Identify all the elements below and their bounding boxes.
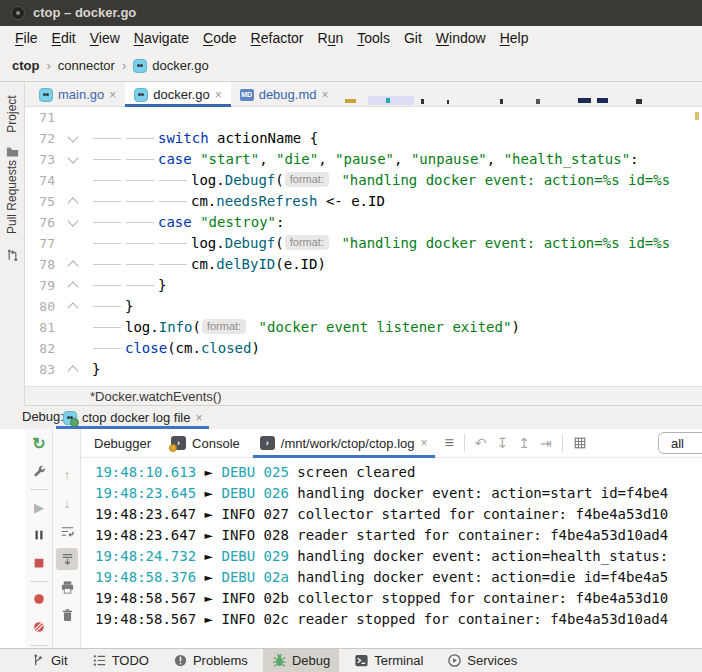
code-editor[interactable]: 7172switch actionName {73case "start", "…	[25, 107, 702, 386]
soft-wrap-button[interactable]	[53, 520, 81, 542]
settings-button[interactable]	[25, 460, 53, 482]
code-line[interactable]: 74log.Debugf(format: "handling docker ev…	[25, 170, 702, 191]
close-icon[interactable]: ×	[195, 412, 202, 424]
statusbar-label: Services	[467, 653, 517, 668]
go-icon	[133, 59, 147, 73]
pause-button[interactable]	[25, 524, 53, 546]
debug-session-tab[interactable]: ctop docker log file ×	[56, 406, 209, 429]
rerun-button[interactable]: ↻	[25, 432, 53, 454]
code-line[interactable]: 81log.Info(format: "docker event listene…	[25, 317, 702, 338]
tab-docker-go[interactable]: docker.go×	[125, 82, 230, 107]
fold-gutter	[55, 170, 86, 191]
fold-marker-icon[interactable]	[67, 197, 78, 208]
scroll-to-bottom-icon[interactable]: ↧	[497, 435, 509, 451]
log-message: collector stopped for container: f4be4a5…	[289, 590, 668, 606]
fold-marker-icon[interactable]	[67, 281, 78, 292]
fold-marker-icon[interactable]	[67, 260, 78, 271]
markdown-icon: MD	[240, 89, 254, 101]
parameter-hint: format:	[285, 172, 329, 187]
close-icon[interactable]: ×	[215, 89, 222, 101]
jump-to-end-icon[interactable]: ⇥	[540, 435, 552, 451]
log-arrow-icon: ►	[196, 548, 221, 564]
menu-refactor[interactable]: Refactor	[244, 30, 311, 46]
code-line[interactable]: 73case "start", "die", "pause", "unpause…	[25, 149, 702, 170]
breadcrumb-item[interactable]: ctop	[12, 58, 39, 73]
menu-edit[interactable]: Edit	[45, 30, 83, 46]
statusbar-label: TODO	[112, 653, 149, 668]
print-button[interactable]	[53, 576, 81, 598]
layout-options-icon[interactable]: ≡	[445, 434, 454, 452]
log-filter-select[interactable]: all	[658, 432, 702, 454]
method-breadcrumb[interactable]: *Docker.watchEvents()	[90, 388, 222, 406]
code-line[interactable]: 82close(cm.closed)	[25, 338, 702, 359]
ide-window: ctop – docker.go FileEditViewNavigateCod…	[0, 0, 702, 672]
menu-view[interactable]: View	[83, 30, 127, 46]
line-number: 71	[25, 107, 55, 128]
close-icon[interactable]: ×	[109, 89, 116, 101]
statusbar-problems[interactable]: Problems	[164, 649, 257, 672]
statusbar-todo[interactable]: TODO	[83, 649, 158, 672]
sidebar-item-label: Project	[5, 95, 19, 132]
restore-layout-icon[interactable]	[573, 436, 587, 450]
code-line[interactable]: 76case "destroy":	[25, 212, 702, 233]
statusbar-terminal[interactable]: Terminal	[345, 649, 432, 672]
scroll-to-top-icon[interactable]: ↥	[518, 435, 530, 451]
close-icon[interactable]: ×	[420, 437, 427, 449]
menu-run[interactable]: Run	[311, 30, 351, 46]
log-line: 19:48:10.613 ► DEBU 025 screen cleared	[81, 462, 702, 483]
debug-tab-console[interactable]: ›Console	[164, 429, 247, 458]
debug-tab--mnt-work-ctop-ctop-log[interactable]: ›/mnt/work/ctop/ctop.log×	[253, 429, 435, 458]
navigate-back-icon[interactable]: ↶	[475, 435, 487, 451]
resume-button[interactable]: ▶	[25, 496, 53, 518]
code-text: cm.needsRefresh <- e.ID	[86, 191, 385, 212]
code-line[interactable]: 83}	[25, 359, 702, 380]
fold-marker-icon[interactable]	[67, 131, 78, 142]
menu-file[interactable]: File	[8, 30, 45, 46]
log-level: DEBU 025	[221, 464, 288, 480]
fold-gutter	[55, 149, 86, 170]
code-line[interactable]: 75cm.needsRefresh <- e.ID	[25, 191, 702, 212]
menu-navigate[interactable]: Navigate	[127, 30, 196, 46]
clear-log-button[interactable]	[53, 604, 81, 626]
fold-marker-icon[interactable]	[67, 365, 78, 376]
menu-help[interactable]: Help	[493, 30, 536, 46]
tab-whitespace	[92, 149, 125, 170]
view-breakpoints-button[interactable]	[25, 588, 53, 610]
mute-breakpoints-button[interactable]	[25, 616, 53, 638]
breadcrumb-item[interactable]: docker.go	[152, 58, 208, 73]
sidebar-item-project[interactable]: Project	[0, 74, 24, 154]
sidebar-item-pull-requests[interactable]: Pull Requests	[0, 157, 24, 237]
code-text: cm.delByID(e.ID)	[86, 254, 326, 275]
log-level: INFO 027	[221, 506, 288, 522]
statusbar-label: Git	[51, 653, 68, 668]
scroll-to-end-button[interactable]	[56, 548, 78, 570]
code-line[interactable]: 78cm.delByID(e.ID)	[25, 254, 702, 275]
log-message: reader started for container: f4be4a53d1…	[289, 527, 668, 543]
statusbar-debug[interactable]: Debug	[263, 649, 339, 672]
menu-code[interactable]: Code	[196, 30, 243, 46]
debug-tab-debugger[interactable]: Debugger	[87, 429, 158, 458]
code-line[interactable]: 80}	[25, 296, 702, 317]
code-line[interactable]: 79}	[25, 275, 702, 296]
menu-tools[interactable]: Tools	[350, 30, 397, 46]
menu-git[interactable]: Git	[397, 30, 429, 46]
code-line[interactable]: 77log.Debugf(format: "handling docker ev…	[25, 233, 702, 254]
close-icon[interactable]: ×	[321, 89, 328, 101]
log-timestamp: 19:48:23.647	[95, 506, 196, 522]
tab-debug-md[interactable]: MDdebug.md×	[231, 82, 338, 107]
statusbar-git[interactable]: Git	[22, 649, 77, 672]
scroll-up-button[interactable]: ↑	[53, 464, 81, 486]
code-line[interactable]: 72switch actionName {	[25, 128, 702, 149]
problems-icon	[173, 653, 188, 668]
tab-main-go[interactable]: main.go×	[30, 82, 125, 107]
code-text: case "start", "die", "pause", "unpause",…	[86, 149, 639, 170]
scroll-down-button[interactable]: ↓	[53, 492, 81, 514]
breadcrumb-item[interactable]: connector	[58, 58, 115, 73]
statusbar-services[interactable]: Services	[438, 649, 526, 672]
fold-marker-icon[interactable]	[67, 152, 78, 163]
fold-marker-icon[interactable]	[67, 302, 78, 313]
stop-button[interactable]	[25, 552, 53, 574]
menu-window[interactable]: Window	[429, 30, 493, 46]
code-line[interactable]: 71	[25, 107, 702, 128]
fold-marker-icon[interactable]	[67, 215, 78, 226]
